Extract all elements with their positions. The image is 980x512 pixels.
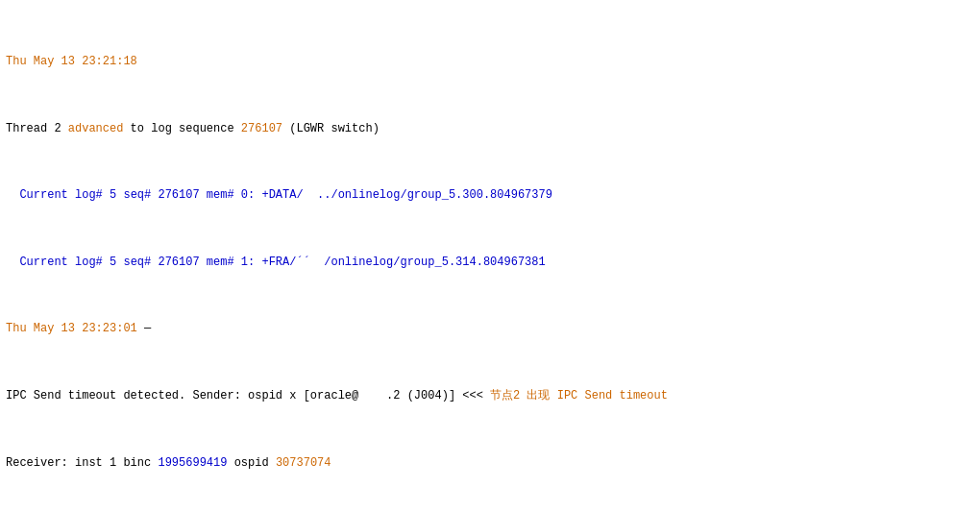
log-line: Thu May 13 23:23:01 ─ bbox=[6, 321, 974, 337]
log-line: Receiver: inst 1 binc 1995699419 ospid 3… bbox=[6, 455, 974, 472]
log-line: Current log# 5 seq# 276107 mem# 0: +DATA… bbox=[6, 187, 974, 204]
log-container: Thu May 13 23:21:18 Thread 2 advanced to… bbox=[0, 0, 980, 512]
log-line: Thread 2 advanced to log sequence 276107… bbox=[6, 121, 974, 137]
log-line: Thu May 13 23:21:18 bbox=[6, 54, 974, 70]
log-line: IPC Send timeout detected. Sender: ospid… bbox=[6, 388, 974, 404]
log-line: Current log# 5 seq# 276107 mem# 1: +FRA/… bbox=[6, 255, 974, 271]
